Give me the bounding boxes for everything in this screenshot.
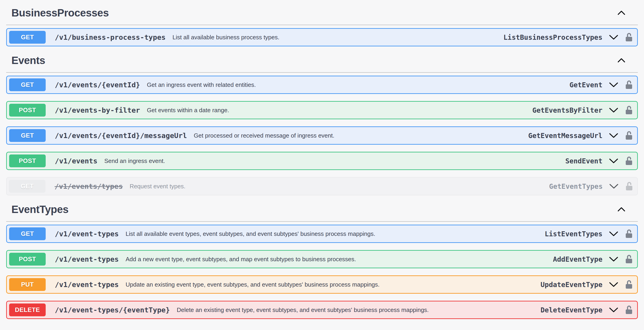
api-doc-page: BusinessProcesses GET /v1/business-proce… <box>0 0 644 319</box>
unlocked-padlock-icon <box>625 131 632 140</box>
expand-operation-button[interactable] <box>609 35 618 40</box>
chevron-down-icon <box>609 35 618 40</box>
operation-description: Request event types. <box>130 183 186 190</box>
operation-id: GetEventMessageUrl <box>528 132 602 140</box>
operation-description: Get events within a date range. <box>147 107 229 114</box>
authorize-button[interactable] <box>625 33 632 42</box>
expand-operation-button[interactable] <box>609 231 618 236</box>
endpoint-path[interactable]: /v1/events-by-filter <box>55 106 140 114</box>
section-header[interactable]: Events <box>6 54 638 67</box>
section-title: BusinessProcesses <box>12 7 109 19</box>
section-header[interactable]: BusinessProcesses <box>6 6 638 20</box>
method-badge: GET <box>9 31 46 44</box>
unlocked-padlock-icon <box>625 106 632 115</box>
authorize-button[interactable] <box>625 106 632 115</box>
chevron-down-icon <box>609 133 618 138</box>
method-badge: GET <box>9 78 46 91</box>
operation-id: GetEvent <box>570 81 603 89</box>
authorize-button[interactable] <box>625 80 632 89</box>
collapse-section-button[interactable] <box>618 207 625 212</box>
section-divider <box>6 72 638 73</box>
operation-description: Get processed or received message of ing… <box>194 132 334 139</box>
method-badge: GET <box>9 129 46 142</box>
endpoint-path[interactable]: /v1/events <box>55 157 98 165</box>
method-badge: GET <box>9 227 46 240</box>
method-badge: PUT <box>9 278 46 291</box>
unlocked-padlock-icon <box>625 156 632 165</box>
section-divider <box>6 221 638 222</box>
expand-operation-button[interactable] <box>609 307 618 313</box>
section-title: EventTypes <box>12 203 68 215</box>
chevron-down-icon <box>609 158 618 164</box>
expand-operation-button[interactable] <box>609 133 618 138</box>
unlocked-padlock-icon <box>626 182 633 191</box>
section-divider <box>6 25 638 25</box>
expand-operation-button[interactable] <box>609 107 618 113</box>
unlocked-padlock-icon <box>625 305 632 314</box>
expand-operation-button[interactable] <box>609 158 618 164</box>
chevron-up-icon <box>618 11 625 15</box>
section-title: Events <box>12 54 45 67</box>
operation-id: ListEventTypes <box>545 230 602 238</box>
operation-row[interactable]: PUT /v1/event-types Update an existing e… <box>6 275 638 294</box>
expand-operation-button[interactable] <box>609 183 619 189</box>
authorize-button[interactable] <box>625 255 632 264</box>
section-events: Events GET /v1/events/{eventId} Get an i… <box>6 54 638 195</box>
method-badge: GET <box>9 180 46 193</box>
endpoint-path[interactable]: /v1/event-types <box>55 280 119 289</box>
chevron-down-icon <box>609 82 618 88</box>
operation-row[interactable]: DELETE /v1/event-types/{eventType} Delet… <box>6 301 638 319</box>
collapse-section-button[interactable] <box>618 11 625 15</box>
operation-id: UpdateEventType <box>540 281 602 289</box>
authorize-button[interactable] <box>625 229 632 238</box>
expand-operation-button[interactable] <box>609 282 618 287</box>
operation-row[interactable]: POST /v1/events-by-filter Get events wit… <box>6 101 638 119</box>
endpoint-path[interactable]: /v1/events/{eventId}/messageUrl <box>55 131 187 140</box>
operation-description: List all available event types, event su… <box>126 230 375 237</box>
chevron-down-icon <box>609 107 618 113</box>
operation-id: GetEventsByFilter <box>532 106 602 114</box>
operation-description: List all available business process type… <box>172 34 279 41</box>
operation-row-deprecated[interactable]: GET /v1/events/types Request event types… <box>6 177 638 195</box>
operation-id: AddEventType <box>553 255 602 263</box>
operation-row[interactable]: GET /v1/event-types List all available e… <box>6 225 638 243</box>
operation-description: Get an ingress event with related entiti… <box>147 81 256 88</box>
unlocked-padlock-icon <box>625 229 632 238</box>
operation-id: GetEventTypes <box>549 182 603 190</box>
authorize-button[interactable] <box>625 280 632 289</box>
expand-operation-button[interactable] <box>609 82 618 88</box>
operation-id: DeleteEventType <box>540 306 602 314</box>
unlocked-padlock-icon <box>625 33 632 42</box>
endpoint-path[interactable]: /v1/business-process-types <box>55 33 166 41</box>
operation-id: ListBusinessProcessTypes <box>504 33 602 41</box>
section-eventtypes: EventTypes GET /v1/event-types List all … <box>6 202 638 319</box>
section-header[interactable]: EventTypes <box>6 202 638 216</box>
collapse-section-button[interactable] <box>618 58 625 63</box>
authorize-button[interactable] <box>625 156 632 165</box>
unlocked-padlock-icon <box>625 80 632 89</box>
chevron-up-icon <box>618 207 625 212</box>
operation-row[interactable]: POST /v1/events Send an ingress event. S… <box>6 152 638 170</box>
operation-description: Delete an existing event type, event sub… <box>177 306 429 313</box>
operation-row[interactable]: POST /v1/event-types Add a new event typ… <box>6 250 638 268</box>
endpoint-path[interactable]: /v1/event-types <box>55 255 119 263</box>
authorize-button[interactable] <box>625 131 632 140</box>
authorize-button[interactable] <box>625 305 632 314</box>
operation-description: Update an existing event type, event sub… <box>126 281 380 288</box>
chevron-down-icon <box>609 307 618 313</box>
operation-row[interactable]: GET /v1/events/{eventId}/messageUrl Get … <box>6 126 638 145</box>
expand-operation-button[interactable] <box>609 256 618 262</box>
endpoint-path[interactable]: /v1/events/{eventId} <box>55 81 140 89</box>
section-businessprocesses: BusinessProcesses GET /v1/business-proce… <box>6 6 638 46</box>
operation-row[interactable]: GET /v1/events/{eventId} Get an ingress … <box>6 76 638 94</box>
method-badge: POST <box>9 104 46 117</box>
chevron-up-icon <box>618 58 625 63</box>
authorize-button[interactable] <box>626 182 633 191</box>
operation-description: Add a new event type, event subtypes, an… <box>126 256 356 263</box>
operation-row[interactable]: GET /v1/business-process-types List all … <box>6 28 638 46</box>
endpoint-path[interactable]: /v1/event-types/{eventType} <box>55 306 170 314</box>
chevron-down-icon <box>609 183 619 189</box>
endpoint-path[interactable]: /v1/events/types <box>54 182 123 190</box>
chevron-down-icon <box>609 231 618 236</box>
endpoint-path[interactable]: /v1/event-types <box>55 230 119 238</box>
